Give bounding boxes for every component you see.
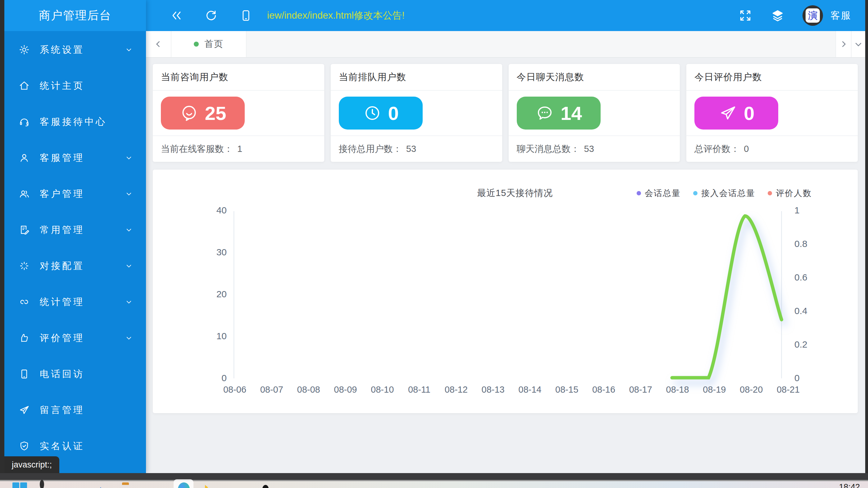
windows-start-icon[interactable]: [12, 482, 27, 488]
y-axis-right-label: 0.6: [795, 272, 807, 283]
stat-footer-label: 接待总用户数：: [339, 143, 402, 155]
stat-card-title: 当前排队用户数: [331, 64, 502, 91]
clock-icon: [363, 103, 382, 123]
red-app-icon[interactable]: [204, 482, 219, 488]
sidebar-item-常用管理[interactable]: 常用管理: [4, 212, 146, 248]
tab-home[interactable]: 首页: [172, 31, 247, 57]
sidebar-item-留言管理[interactable]: 留言管理: [4, 392, 146, 428]
search-icon[interactable]: [40, 482, 55, 488]
announcement-marquee[interactable]: iew/index/index.html修改本公告!: [267, 9, 405, 22]
x-axis-label: 08-19: [695, 385, 733, 395]
stat-cards-row: 当前咨询用户数 25 当前在线客服数： 1 当前排队用户数: [153, 64, 858, 162]
sidebar-item-label: 客户管理: [40, 188, 85, 201]
toolbox-app-icon[interactable]: [149, 482, 164, 488]
x-axis-label: 08-14: [511, 385, 549, 395]
sidebar-item-电话回访[interactable]: 电话回访: [4, 356, 146, 392]
users-icon: [18, 188, 30, 200]
sidebar-item-label: 常用管理: [40, 224, 85, 236]
link-status-tooltip: javascript:;: [4, 456, 59, 473]
sidebar-item-label: 客服管理: [40, 152, 85, 164]
leaf-app-icon[interactable]: [231, 482, 246, 488]
chevron-down-icon: [124, 153, 133, 162]
stat-footer-value: 1: [237, 144, 242, 154]
sidebar-item-评价管理[interactable]: 评价管理: [4, 320, 146, 356]
fullscreen-icon[interactable]: [737, 7, 754, 24]
tabs-dropdown-button[interactable]: [851, 31, 865, 57]
shield-check-icon: [18, 440, 30, 452]
stat-card-queue-users: 当前排队用户数 0 接待总用户数： 53: [331, 64, 502, 162]
mobile-preview-icon[interactable]: [237, 7, 255, 24]
window-bottom-edge: [0, 473, 868, 481]
y-axis-left-label: 20: [199, 289, 227, 300]
sidebar-item-label: 客服接待中心: [40, 116, 107, 128]
avatar[interactable]: 演: [803, 5, 823, 26]
sidebar-item-客服接待中心[interactable]: 客服接待中心: [4, 104, 146, 140]
sidebar-menu: 系统设置统计主页客服接待中心客服管理客户管理常用管理对接配置统计管理评价管理电话…: [4, 32, 146, 464]
user-menu[interactable]: 客服: [830, 9, 851, 22]
x-axis-label: 08-09: [327, 385, 364, 395]
refresh-icon[interactable]: [203, 7, 220, 24]
chevron-down-icon: [124, 45, 133, 54]
link-icon: [18, 296, 30, 308]
sidebar-item-系统设置[interactable]: 系统设置: [4, 32, 146, 68]
stat-footer-label: 聊天消息总数：: [517, 143, 580, 155]
blue-triangle-app-icon[interactable]: [94, 482, 109, 488]
stat-value: 0: [744, 102, 754, 124]
chevron-down-icon: [124, 225, 133, 235]
taskbar-icons: [12, 482, 301, 488]
tab-bar: 首页: [146, 31, 865, 58]
y-axis-right-label: 1: [795, 205, 800, 216]
chevron-down-icon: [124, 189, 133, 199]
chevron-down-icon: [124, 333, 133, 343]
x-axis-label: 08-20: [733, 385, 770, 395]
tab-label: 首页: [204, 38, 224, 50]
tabs-scroll-left-button[interactable]: [146, 31, 172, 57]
sidebar-item-统计管理[interactable]: 统计管理: [4, 284, 146, 320]
sidebar-item-label: 电话回访: [40, 368, 85, 380]
tabs-scroll-right-button[interactable]: [835, 31, 851, 57]
main-topbar: iew/index/index.html修改本公告! 演 客服: [146, 0, 865, 31]
series-line-spike: [672, 216, 782, 378]
y-axis-right-label: 0: [795, 373, 800, 383]
sidebar-item-对接配置[interactable]: 对接配置: [4, 248, 146, 284]
sidebar-item-label: 留言管理: [40, 404, 85, 417]
sidebar-item-统计主页[interactable]: 统计主页: [4, 68, 146, 104]
x-axis-label: 08-07: [253, 385, 290, 395]
active-tab-dot: [194, 42, 199, 47]
y-axis-left-label: 10: [199, 331, 227, 341]
gear-icon: [18, 43, 30, 56]
stat-footer-label: 当前在线客服数：: [161, 143, 233, 155]
y-axis-right-label: 0.2: [795, 339, 807, 350]
folder-app-icon[interactable]: [122, 482, 137, 488]
sidebar-item-label: 系统设置: [40, 43, 85, 56]
sidebar-item-label: 统计管理: [40, 296, 85, 308]
stat-badge: 0: [339, 97, 423, 129]
avatar-text: 演: [806, 8, 820, 23]
headset-icon: [18, 116, 30, 128]
sidebar-item-label: 评价管理: [40, 332, 85, 344]
mobile-icon: [18, 368, 30, 380]
x-axis-label: 08-16: [585, 385, 622, 395]
y-axis-left-label: 40: [199, 205, 227, 216]
sidebar-item-客户管理[interactable]: 客户管理: [4, 176, 146, 212]
sidebar-item-客服管理[interactable]: 客服管理: [4, 140, 146, 176]
sidebar-header: 商户管理后台: [4, 0, 146, 31]
taskbar-clock: 18:42: [839, 482, 860, 488]
x-axis-label: 08-11: [401, 385, 438, 395]
stat-card-consulting-users: 当前咨询用户数 25 当前在线客服数： 1: [153, 64, 324, 162]
home-icon: [18, 80, 30, 92]
chart-card: 最近15天接待情况 会话总量接入会话总量评价人数: [153, 170, 858, 413]
x-axis-label: 08-10: [364, 385, 401, 395]
stat-value: 25: [205, 102, 226, 124]
x-axis-label: 08-17: [622, 385, 659, 395]
stat-badge: 25: [161, 97, 245, 129]
app-title: 商户管理后台: [39, 8, 112, 23]
stat-footer-value: 53: [584, 144, 594, 154]
file-explorer-icon[interactable]: [67, 482, 82, 488]
browser-app-icon[interactable]: [176, 482, 191, 488]
wechat-app-icon[interactable]: [286, 482, 301, 488]
layers-icon[interactable]: [769, 7, 786, 24]
qq-app-icon[interactable]: [258, 482, 273, 488]
taskbar: 18:42: [0, 481, 868, 488]
collapse-sidebar-icon[interactable]: [168, 7, 185, 24]
